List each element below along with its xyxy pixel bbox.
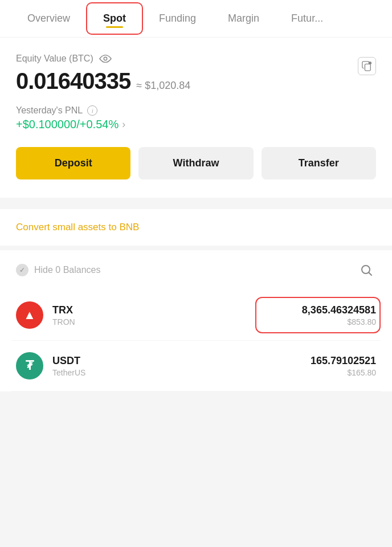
usdt-symbol: USDT bbox=[52, 355, 85, 367]
pnl-label-text: Yesterday's PNL bbox=[16, 105, 83, 116]
equity-label-text: Equity Value (BTC) bbox=[16, 54, 93, 64]
top-navigation: Overview Spot Funding Margin Futur... bbox=[0, 0, 392, 38]
trx-info: TRX TRON bbox=[52, 304, 75, 326]
pnl-amount: +$0.100000/+0.54% bbox=[16, 118, 119, 131]
convert-banner-text: Convert small assets to BNB bbox=[16, 222, 139, 232]
withdraw-button[interactable]: Withdraw bbox=[138, 147, 253, 179]
tab-futures[interactable]: Futur... bbox=[275, 0, 339, 37]
info-icon[interactable]: i bbox=[87, 105, 97, 116]
pnl-label: Yesterday's PNL i bbox=[16, 105, 376, 116]
pnl-section: Yesterday's PNL i +$0.100000/+0.54% › bbox=[16, 105, 376, 131]
svg-point-0 bbox=[104, 57, 107, 60]
main-card: Equity Value (BTC) 0.01640335 ≈ $1,020.8… bbox=[0, 38, 392, 198]
svg-rect-1 bbox=[365, 64, 370, 71]
asset-row-trx[interactable]: ▲ TRX TRON 8,365.46324581 $853.80 bbox=[11, 290, 381, 341]
eye-icon[interactable] bbox=[99, 54, 112, 63]
trx-symbol: TRX bbox=[52, 304, 75, 316]
pnl-arrow-icon: › bbox=[122, 119, 125, 130]
usdt-icon: ₮ bbox=[16, 352, 43, 379]
action-buttons: Deposit Withdraw Transfer bbox=[16, 147, 376, 179]
hide-balances-toggle[interactable]: ✓ Hide 0 Balances bbox=[16, 264, 101, 276]
tab-margin[interactable]: Margin bbox=[212, 0, 275, 37]
asset-list: ▲ TRX TRON 8,365.46324581 $853.80 ₮ USDT… bbox=[0, 290, 392, 391]
equity-usd-value: ≈ $1,020.84 bbox=[136, 80, 190, 92]
equity-btc-value: 0.01640335 bbox=[16, 68, 130, 94]
usdt-usd: $165.80 bbox=[311, 368, 376, 377]
tab-spot[interactable]: Spot bbox=[86, 2, 143, 35]
copy-icon[interactable] bbox=[358, 57, 376, 75]
asset-row-usdt[interactable]: ₮ USDT TetherUS 165.79102521 $165.80 bbox=[11, 341, 381, 391]
trx-amount: 8,365.46324581 bbox=[302, 304, 376, 316]
tab-funding[interactable]: Funding bbox=[143, 0, 212, 37]
transfer-button[interactable]: Transfer bbox=[262, 147, 376, 179]
asset-left-trx: ▲ TRX TRON bbox=[16, 301, 75, 329]
trx-fullname: TRON bbox=[52, 317, 75, 326]
trx-usd: $853.80 bbox=[302, 317, 376, 326]
convert-banner[interactable]: Convert small assets to BNB bbox=[0, 205, 392, 250]
usdt-amounts: 165.79102521 $165.80 bbox=[311, 355, 376, 377]
tab-overview[interactable]: Overview bbox=[11, 0, 86, 37]
pnl-value[interactable]: +$0.100000/+0.54% › bbox=[16, 118, 376, 131]
svg-point-2 bbox=[369, 62, 371, 64]
equity-label: Equity Value (BTC) bbox=[16, 54, 190, 64]
usdt-info: USDT TetherUS bbox=[52, 355, 85, 377]
copy-icon-wrap[interactable] bbox=[358, 57, 376, 75]
hide-balances-bar: ✓ Hide 0 Balances bbox=[0, 250, 392, 290]
check-circle-icon: ✓ bbox=[16, 264, 28, 276]
trx-icon: ▲ bbox=[16, 301, 43, 329]
usdt-fullname: TetherUS bbox=[52, 368, 85, 377]
hide-balances-label: Hide 0 Balances bbox=[34, 265, 101, 275]
search-button[interactable] bbox=[357, 260, 376, 280]
trx-amounts: 8,365.46324581 $853.80 bbox=[302, 304, 376, 326]
usdt-amount: 165.79102521 bbox=[311, 355, 376, 367]
asset-left-usdt: ₮ USDT TetherUS bbox=[16, 352, 85, 379]
deposit-button[interactable]: Deposit bbox=[16, 147, 130, 179]
